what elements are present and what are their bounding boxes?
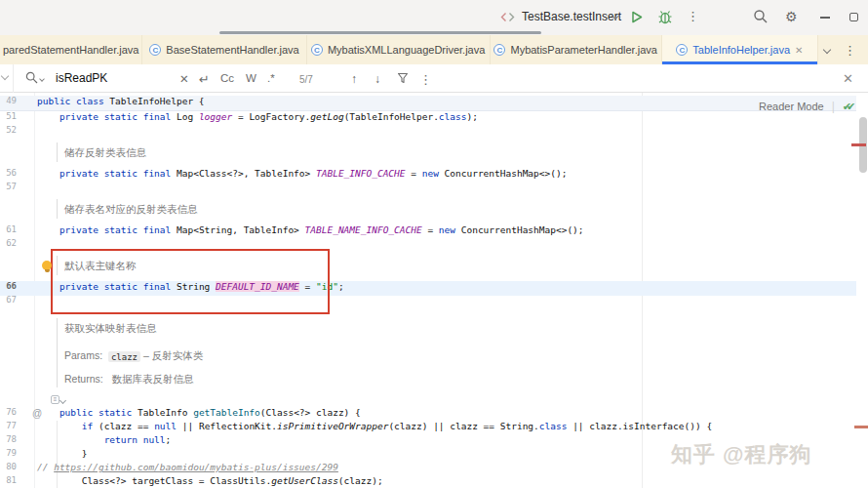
run-widget-icon <box>500 11 515 23</box>
tab-mybatisparameterhandler[interactable]: C MybatisParameterHandler.java <box>491 35 662 64</box>
error-stripe-mark[interactable] <box>851 143 866 146</box>
code-text: } <box>37 448 87 459</box>
code-line: 80// https://github.com/baomidou/mybatis… <box>0 462 856 475</box>
line-number[interactable]: 56 <box>0 168 17 178</box>
reader-mode-divider: | <box>832 100 835 113</box>
rendered-doc-param: Returns: 数据库表反射信息 <box>64 373 193 386</box>
code-text: if (clazz == null || ReflectionKit.isPri… <box>37 421 712 431</box>
tab-scrollbar[interactable] <box>219 31 541 34</box>
code-line: 51 private static final Log logger = Log… <box>0 111 856 125</box>
previous-match-arrow-icon[interactable]: ↑ <box>351 72 357 86</box>
find-kebab-icon[interactable]: ⋮ <box>419 72 432 87</box>
findbar-divider <box>13 64 14 93</box>
intention-bulb-icon[interactable] <box>42 261 52 270</box>
code-text: public static TableInfo getTableInfo(Cla… <box>37 407 361 418</box>
tab-label: paredStatementHandler.java <box>3 44 138 56</box>
main-toolbar: TestBase.testInsert ⋮ ⚙ <box>0 0 868 35</box>
find-search-icon[interactable] <box>25 71 38 84</box>
java-class-icon: C <box>676 44 688 56</box>
doc-line: 获取实体映射表信息 <box>0 322 856 336</box>
doc-line: Returns: 数据库表反射信息 <box>0 373 856 386</box>
line-number[interactable]: 81 <box>0 475 17 485</box>
tab-preparedstatementhandler[interactable]: paredStatementHandler.java <box>0 35 142 64</box>
tab-close-icon[interactable]: ✕ <box>795 45 803 56</box>
find-close-icon[interactable]: ✕ <box>843 71 853 86</box>
tab-tableinfohelper-active[interactable]: C TableInfoHelper.java ✕ <box>662 35 818 64</box>
rendered-doc-text: 储存反射类表信息 <box>64 146 146 160</box>
code-text: Class<?> targetClass = ClassUtils.getUse… <box>37 475 383 486</box>
tab-mybatisxmllanguagedriver[interactable]: C MybatisXMLLanguageDriver.java <box>307 35 491 64</box>
line-number[interactable]: 49 <box>0 96 17 105</box>
line-number[interactable]: 76 <box>0 407 17 417</box>
line-number[interactable]: 67 <box>0 295 17 305</box>
code-text: private static final Log logger = LogFac… <box>37 111 478 122</box>
rendered-doc-toggle-icon[interactable]: ≡ <box>51 395 59 404</box>
search-everywhere-icon[interactable] <box>753 9 769 24</box>
doc-toggle-line: ≡ <box>0 393 856 407</box>
ide-window: TestBase.testInsert ⋮ ⚙ paredStatementHa… <box>0 0 868 488</box>
code-line: 57 <box>0 182 856 195</box>
line-number[interactable]: 62 <box>0 238 17 248</box>
filter-funnel-icon[interactable] <box>397 72 409 84</box>
line-number[interactable]: 66 <box>0 281 17 291</box>
code-text: // https://github.com/baomidou/mybatis-p… <box>37 462 338 472</box>
annotation-red-box <box>51 249 330 314</box>
window-restore-button[interactable] <box>849 13 858 21</box>
inspections-ok-checks-icon[interactable]: ✔✔ <box>843 101 855 113</box>
line-number[interactable]: 61 <box>0 224 17 234</box>
rendered-doc-text: 获取实体映射表信息 <box>64 322 157 336</box>
doc-line: Params: clazz – 反射实体类 <box>0 349 856 363</box>
error-stripe-mark[interactable] <box>854 426 868 428</box>
reader-mode-widget: Reader Mode | ✔✔ <box>759 100 855 113</box>
line-number[interactable]: 51 <box>0 111 17 121</box>
tab-label: MybatisXMLLanguageDriver.java <box>328 44 485 56</box>
code-line: 77 if (clazz == null || ReflectionKit.is… <box>0 421 856 434</box>
line-number[interactable]: 80 <box>0 462 17 471</box>
code-line: 49public class TableInfoHelper { <box>0 96 856 111</box>
java-class-icon: C <box>149 44 161 56</box>
doc-line: 储存反射类表信息 <box>0 146 856 160</box>
left-edge-chevron-icon[interactable] <box>1 72 9 80</box>
code-line: 79 } <box>0 448 856 462</box>
window-minimize-button[interactable] <box>820 17 830 19</box>
code-editor[interactable]: 知乎 @程序狗 49public class TableInfoHelper {… <box>0 93 868 488</box>
match-case-toggle[interactable]: Cc <box>220 72 234 84</box>
line-number[interactable]: 52 <box>0 125 17 135</box>
find-input[interactable] <box>56 71 173 85</box>
debug-button[interactable] <box>657 9 673 25</box>
editor-tab-bar: paredStatementHandler.java C BaseStateme… <box>0 35 868 64</box>
find-newline-icon[interactable]: ↵ <box>199 72 210 87</box>
regex-toggle[interactable]: .* <box>267 72 275 84</box>
reader-mode-label[interactable]: Reader Mode <box>759 101 824 112</box>
line-number[interactable]: 77 <box>0 421 17 430</box>
code-line: 78 return null; <box>0 434 856 448</box>
toolbar-kebab-menu-icon[interactable]: ⋮ <box>687 10 699 22</box>
line-number[interactable]: 57 <box>0 182 17 191</box>
line-number[interactable]: 78 <box>0 434 17 444</box>
param-name-chip: clazz <box>108 351 140 362</box>
code-line: 76@ public static TableInfo getTableInfo… <box>0 407 856 421</box>
code-line: 52 <box>0 125 856 139</box>
doc-line: 储存表名对应的反射类表信息 <box>0 203 856 217</box>
line-number[interactable]: 79 <box>0 448 17 458</box>
tab-list-chevron-down-icon[interactable] <box>823 46 831 54</box>
code-text: private static final Map<Class<?>, Table… <box>37 168 567 179</box>
whole-words-toggle[interactable]: W <box>246 72 256 84</box>
java-class-icon: C <box>311 44 323 56</box>
find-history-chevron-icon[interactable] <box>39 76 45 82</box>
find-bar: ✕ ↵ Cc W .* 5/7 ↑ ↓ ⋮ ✕ <box>0 64 868 93</box>
find-clear-icon[interactable]: ✕ <box>179 72 189 86</box>
settings-gear-icon[interactable]: ⚙ <box>785 9 798 24</box>
code-line: 56 private static final Map<Class<?>, Ta… <box>0 168 856 182</box>
tab-basestatementhandler[interactable]: C BaseStatementHandler.java <box>142 35 306 64</box>
java-class-icon: C <box>493 44 505 56</box>
code-text: private static final Map<String, TableIn… <box>37 224 584 235</box>
rendered-doc-text: 储存表名对应的反射类表信息 <box>64 203 198 217</box>
run-configuration-selector[interactable]: TestBase.testInsert <box>522 10 621 23</box>
tab-options-kebab-icon[interactable]: ⋮ <box>844 43 856 58</box>
code-text: public class TableInfoHelper { <box>37 96 205 106</box>
run-button[interactable] <box>630 10 644 24</box>
match-count: 5/7 <box>299 74 313 85</box>
code-line: 61 private static final Map<String, Tabl… <box>0 224 856 238</box>
next-match-arrow-icon[interactable]: ↓ <box>375 72 380 86</box>
